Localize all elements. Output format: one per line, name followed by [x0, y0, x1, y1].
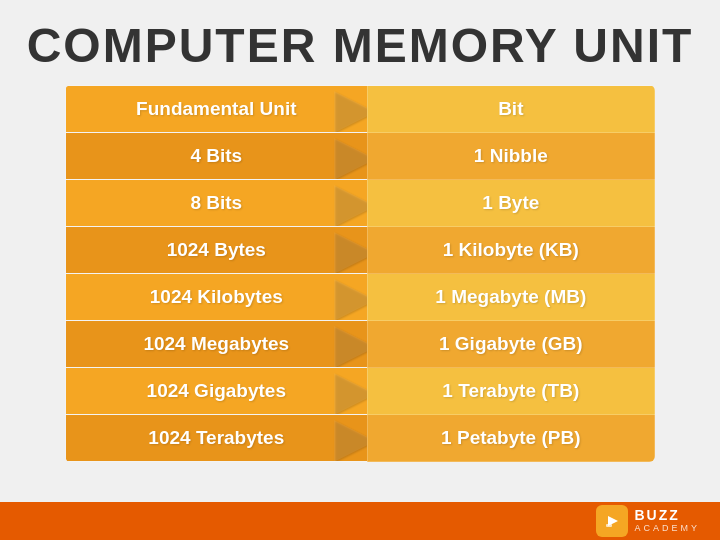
logo-icon: [596, 505, 628, 537]
page-title: COMPUTER MEMORY UNIT: [7, 0, 714, 85]
logo-container: BUZZ ACADEMY: [596, 505, 700, 537]
table-cell-left: 4 Bits: [66, 133, 368, 180]
logo-text: BUZZ ACADEMY: [634, 508, 700, 533]
table-cell-left: 1024 Bytes: [66, 227, 368, 274]
table-row: 1024 Kilobytes1 Megabyte (MB): [66, 274, 655, 321]
table-cell-right: 1 Megabyte (MB): [367, 274, 654, 321]
table-row: 1024 Bytes1 Kilobyte (KB): [66, 227, 655, 274]
table-row: 1024 Terabytes1 Petabyte (PB): [66, 415, 655, 462]
table-cell-left: 1024 Megabytes: [66, 321, 368, 368]
table-row: 1024 Megabytes1 Gigabyte (GB): [66, 321, 655, 368]
table-container: Fundamental UnitBit4 Bits1 Nibble8 Bits1…: [65, 85, 655, 462]
table-cell-right: Bit: [367, 86, 654, 133]
table-cell-left: 1024 Terabytes: [66, 415, 368, 462]
table-cell-right: 1 Byte: [367, 180, 654, 227]
table-row: 4 Bits1 Nibble: [66, 133, 655, 180]
table-cell-left: 1024 Kilobytes: [66, 274, 368, 321]
memory-table: Fundamental UnitBit4 Bits1 Nibble8 Bits1…: [65, 85, 655, 462]
logo-buzz-text: BUZZ: [634, 508, 700, 523]
table-cell-left: 1024 Gigabytes: [66, 368, 368, 415]
main-container: COMPUTER MEMORY UNIT Fundamental UnitBit…: [0, 0, 720, 540]
table-row: 8 Bits1 Byte: [66, 180, 655, 227]
table-cell-right: 1 Terabyte (TB): [367, 368, 654, 415]
table-cell-left: Fundamental Unit: [66, 86, 368, 133]
table-cell-right: 1 Petabyte (PB): [367, 415, 654, 462]
table-row: 1024 Gigabytes1 Terabyte (TB): [66, 368, 655, 415]
logo-academy-text: ACADEMY: [634, 524, 700, 534]
table-cell-right: 1 Nibble: [367, 133, 654, 180]
table-cell-right: 1 Kilobyte (KB): [367, 227, 654, 274]
table-row: Fundamental UnitBit: [66, 86, 655, 133]
table-cell-right: 1 Gigabyte (GB): [367, 321, 654, 368]
svg-rect-2: [606, 524, 612, 527]
bottom-bar: BUZZ ACADEMY: [0, 502, 720, 540]
table-cell-left: 8 Bits: [66, 180, 368, 227]
